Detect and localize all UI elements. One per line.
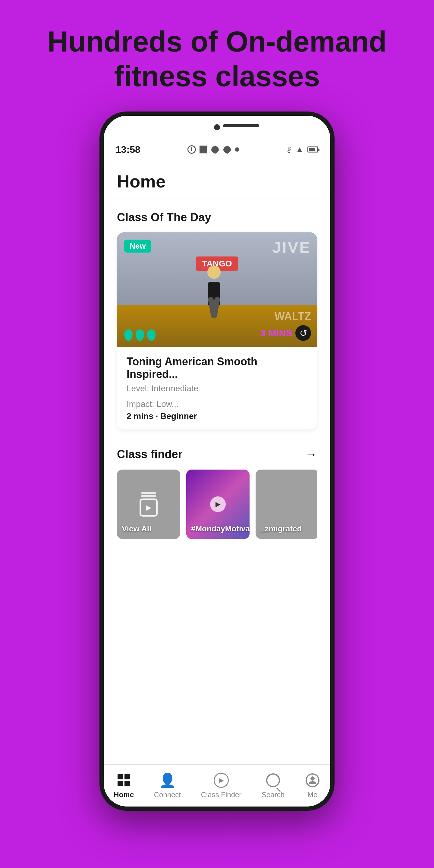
- finder-grid: View All #MondayMotivation _zmigrated: [117, 470, 317, 539]
- nav-label-search: Search: [261, 790, 284, 799]
- app-header: Home: [104, 159, 330, 199]
- class-of-the-day-title: Class Of The Day: [117, 211, 317, 224]
- class-finder-arrow[interactable]: →: [305, 447, 317, 461]
- class-time: 2 mins: [127, 411, 153, 421]
- search-nav-icon: [265, 772, 281, 788]
- class-difficulty: Beginner: [160, 411, 197, 421]
- hero-title: Hundreds of On-demand fitness classes: [36, 24, 398, 93]
- nav-item-classfinder[interactable]: Class Finder: [195, 770, 248, 802]
- duration-badge: 3 MINS: [260, 325, 311, 341]
- battery-icon: [307, 147, 318, 153]
- dancer-silhouette: [199, 250, 229, 317]
- drop-3: [147, 330, 156, 341]
- new-badge: New: [124, 240, 151, 253]
- signal-dot: [235, 147, 239, 152]
- status-right-icons: ⚷ ▲: [286, 145, 318, 154]
- class-title: Toning American Smooth Inspired...: [127, 355, 307, 381]
- speaker: [223, 124, 259, 127]
- drop-2: [135, 330, 144, 341]
- sweat-drops: [124, 330, 156, 341]
- info-icon: [187, 145, 196, 154]
- class-finder-section: Class finder →: [104, 435, 330, 545]
- nav-label-classfinder: Class Finder: [201, 790, 242, 799]
- status-bar: 13:58 ⚷ ▲: [104, 140, 330, 159]
- nav-label-home: Home: [114, 790, 134, 799]
- nav-item-connect[interactable]: 👤 Connect: [148, 770, 187, 802]
- android-icon-2: [223, 145, 231, 154]
- waltz-overlay: WALTZ: [275, 310, 311, 323]
- nav-label-connect: Connect: [154, 790, 181, 799]
- nav-item-search[interactable]: Search: [255, 770, 290, 802]
- class-finder-title: Class finder: [117, 448, 183, 461]
- wifi-icon: ▲: [296, 145, 304, 154]
- nav-item-home[interactable]: Home: [107, 770, 140, 802]
- class-of-the-day-card[interactable]: TANGO JIVE WALTZ: [117, 232, 317, 430]
- finder-card-viewall[interactable]: View All: [117, 470, 180, 539]
- classfinder-nav-icon: [213, 772, 229, 788]
- square-icon: [199, 146, 207, 153]
- finder-card-viewall-label: View All: [122, 524, 151, 533]
- status-left-icons: [187, 145, 239, 154]
- me-nav-icon: [305, 772, 320, 788]
- phone-inner: 13:58 ⚷ ▲ Home: [104, 116, 330, 807]
- finder-card-zmigrated[interactable]: _zmigrated: [255, 470, 317, 539]
- play-overlay-monday: [210, 496, 226, 512]
- drop-1: [124, 330, 133, 341]
- class-level: Level: Intermediate: [127, 384, 307, 393]
- android-icon-1: [211, 145, 219, 154]
- connect-icon: 👤: [159, 772, 175, 788]
- nav-label-me: Me: [307, 790, 317, 799]
- duration-text: 3 MINS: [260, 328, 292, 339]
- class-thumbnail: TANGO JIVE WALTZ: [117, 232, 317, 347]
- status-time: 13:58: [116, 144, 141, 155]
- class-finder-header: Class finder →: [117, 447, 317, 461]
- phone-wrapper: 13:58 ⚷ ▲ Home: [99, 112, 335, 811]
- phone-outer: 13:58 ⚷ ▲ Home: [99, 112, 335, 811]
- class-of-the-day-section: Class Of The Day TANGO JIVE: [104, 199, 330, 435]
- class-info: Toning American Smooth Inspired... Level…: [117, 347, 317, 430]
- jive-overlay: JIVE: [272, 239, 311, 256]
- finder-card-monday-label: #MondayMotivation: [191, 524, 250, 533]
- bottom-nav: Home 👤 Connect Class Finder: [104, 764, 330, 807]
- duration-circle: [296, 325, 311, 341]
- app-content: Home Class Of The Day TANGO: [104, 159, 330, 764]
- key-icon: ⚷: [286, 145, 292, 154]
- nav-item-me[interactable]: Me: [299, 770, 327, 802]
- finder-card-monday[interactable]: #MondayMotivation: [186, 470, 250, 539]
- viewall-play-icon: [140, 498, 158, 517]
- class-dot: ·: [156, 411, 160, 421]
- viewall-lines-icon: [141, 492, 156, 497]
- viewall-icon-wrapper: [140, 492, 158, 517]
- finder-card-zmigrated-label: _zmigrated: [260, 524, 302, 533]
- home-icon: [116, 772, 132, 788]
- page-title: Home: [117, 171, 317, 191]
- class-meta: 2 mins · Beginner: [127, 411, 307, 421]
- notch-bar: [104, 116, 330, 140]
- class-impact: Impact: Low...: [127, 399, 307, 409]
- camera: [214, 124, 220, 130]
- hero-section: Hundreds of On-demand fitness classes: [0, 0, 434, 112]
